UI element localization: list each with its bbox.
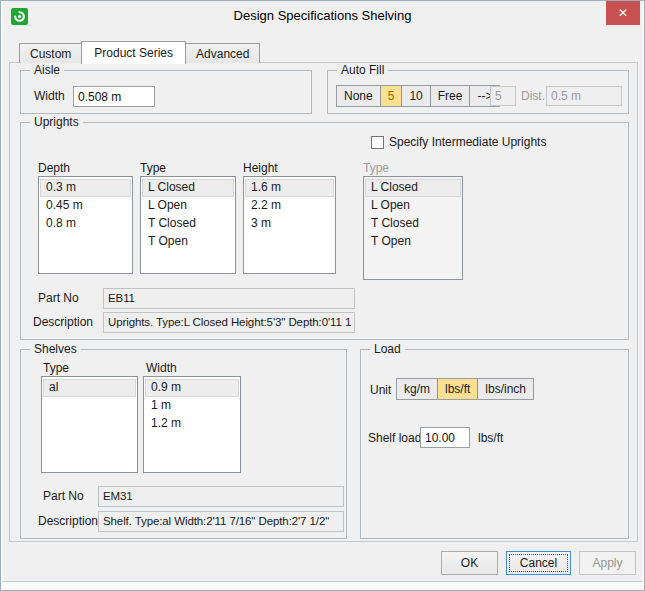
auto-fill-dist-label: Dist. (521, 89, 545, 104)
uprights-depth-list-item-2[interactable]: 0.8 m (40, 215, 131, 233)
close-button[interactable]: ✕ (606, 1, 640, 25)
auto-fill-segmented-control-item-1[interactable]: 5 (381, 86, 403, 106)
tab-page-product-series: Aisle Width Auto Fill None510Free--> Dis… (9, 62, 638, 542)
shelves-description-field: Shelf. Type:al Width:2'11 7/16" Depth:2'… (98, 511, 344, 532)
window-frame-bottom (2, 581, 643, 590)
uprights-description-field: Uprights. Type:L Closed Height:5'3" Dept… (103, 312, 355, 333)
uprights-type-list-item-0[interactable]: L Closed (142, 179, 234, 197)
intermediate-uprights-checkbox-row[interactable]: Specify Intermediate Uprights (371, 135, 546, 150)
auto-fill-group-label: Auto Fill (337, 63, 388, 78)
intermediate-uprights-checkbox-label: Specify Intermediate Uprights (389, 135, 546, 150)
uprights-type-list[interactable]: L ClosedL OpenT ClosedT Open (140, 176, 236, 274)
intermediate-type-list-item-1[interactable]: L Open (365, 197, 461, 215)
shelves-group-label: Shelves (30, 342, 81, 357)
tab-strip-item-1[interactable]: Product Series (81, 41, 186, 64)
intermediate-type-list: L ClosedL OpenT ClosedT Open (363, 176, 463, 280)
shelves-width-list[interactable]: 0.9 m1 m1.2 m (143, 376, 241, 473)
shelves-part-no-label: Part No (43, 489, 84, 504)
load-unit-segmented-control-item-2[interactable]: lbs/inch (478, 379, 533, 399)
uprights-group: Uprights Specify Intermediate Uprights D… (20, 122, 629, 340)
cancel-button[interactable]: Cancel (506, 551, 571, 575)
shelf-load-label: Shelf load (368, 431, 421, 446)
load-unit-segmented-control-item-1[interactable]: lbs/ft (438, 379, 478, 399)
uprights-part-no-field: EB11 (103, 288, 355, 309)
load-unit-label: Unit (370, 383, 391, 398)
title-bar[interactable]: Design Specifications Shelving ✕ (2, 1, 643, 31)
shelves-width-list-item-1[interactable]: 1 m (145, 397, 239, 415)
shelves-width-list-item-0[interactable]: 0.9 m (145, 379, 239, 397)
shelves-description-label: Description (38, 514, 98, 529)
uprights-height-list-item-2[interactable]: 3 m (245, 215, 334, 233)
intermediate-type-list-item-0[interactable]: L Closed (365, 179, 461, 197)
shelves-part-no-field: EM31 (98, 486, 344, 507)
tab-strip-item-0[interactable]: Custom (19, 43, 82, 63)
uprights-type-list-item-1[interactable]: L Open (142, 197, 234, 215)
auto-fill-segmented-control-item-3[interactable]: Free (431, 86, 471, 106)
uprights-height-list-item-0[interactable]: 1.6 m (245, 179, 334, 197)
aisle-width-input[interactable] (73, 86, 155, 107)
uprights-type-list-item-2[interactable]: T Closed (142, 215, 234, 233)
uprights-group-label: Uprights (30, 115, 83, 130)
uprights-depth-list[interactable]: 0.3 m0.45 m0.8 m (38, 176, 133, 274)
auto-fill-segmented-control-item-0[interactable]: None (337, 86, 381, 106)
shelves-group: Shelves Type Width al 0.9 m1 m1.2 m Part… (20, 349, 347, 539)
shelves-type-list[interactable]: al (41, 376, 138, 473)
ok-button[interactable]: OK (441, 551, 498, 575)
uprights-depth-list-item-1[interactable]: 0.45 m (40, 197, 131, 215)
auto-fill-dist-input (546, 86, 622, 106)
tab-strip[interactable]: CustomProduct SeriesAdvanced (19, 40, 259, 63)
intermediate-type-list-item-3[interactable]: T Open (365, 233, 461, 251)
uprights-description-label: Description (33, 315, 93, 330)
uprights-type-list-item-3[interactable]: T Open (142, 233, 234, 251)
shelf-load-input[interactable] (420, 427, 470, 448)
tab-strip-item-2[interactable]: Advanced (185, 43, 260, 63)
uprights-type-label: Type (140, 161, 166, 176)
load-unit-segmented-control-item-0[interactable]: kg/m (397, 379, 438, 399)
shelves-type-label: Type (43, 361, 69, 376)
auto-fill-segmented-control-item-2[interactable]: 10 (402, 86, 430, 106)
aisle-group-label: Aisle (30, 63, 64, 78)
aisle-group: Aisle Width (20, 70, 312, 114)
design-specifications-dialog: Design Specifications Shelving ✕ CustomP… (0, 0, 645, 591)
uprights-depth-list-item-0[interactable]: 0.3 m (40, 179, 131, 197)
load-group-label: Load (370, 342, 405, 357)
auto-fill-group: Auto Fill None510Free--> Dist. (327, 70, 629, 114)
load-group: Load Unit kg/mlbs/ftlbs/inch Shelf load … (360, 349, 629, 539)
auto-fill-segmented-control[interactable]: None510Free--> (336, 85, 500, 107)
window-title: Design Specifications Shelving (2, 1, 643, 31)
uprights-height-list-item-1[interactable]: 2.2 m (245, 197, 334, 215)
uprights-depth-label: Depth (38, 161, 70, 176)
intermediate-type-label: Type (363, 161, 389, 176)
shelf-load-unit-suffix: lbs/ft (478, 431, 503, 446)
load-unit-segmented-control[interactable]: kg/mlbs/ftlbs/inch (396, 378, 534, 400)
shelves-width-list-item-2[interactable]: 1.2 m (145, 415, 239, 433)
uprights-height-label: Height (243, 161, 278, 176)
intermediate-uprights-checkbox[interactable] (371, 136, 384, 149)
apply-button: Apply (579, 551, 636, 575)
uprights-part-no-label: Part No (38, 291, 79, 306)
intermediate-type-list-item-2[interactable]: T Closed (365, 215, 461, 233)
aisle-width-label: Width (34, 89, 65, 104)
uprights-height-list[interactable]: 1.6 m2.2 m3 m (243, 176, 336, 274)
auto-fill-count-input (490, 86, 516, 106)
shelves-type-list-item-0[interactable]: al (43, 379, 136, 397)
shelves-width-label: Width (146, 361, 177, 376)
